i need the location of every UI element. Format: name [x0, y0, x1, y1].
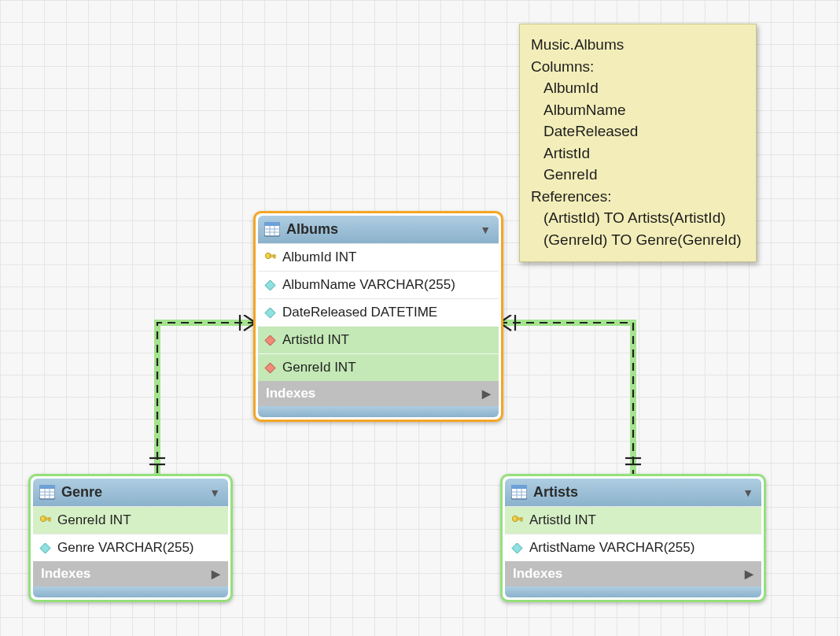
chevron-down-icon: ▼	[209, 486, 220, 499]
table-title: Albums	[286, 221, 338, 238]
column-row[interactable]: ArtistName VARCHAR(255)	[505, 534, 761, 561]
table-footer	[505, 586, 761, 597]
chevron-down-icon: ▼	[480, 224, 491, 236]
indexes-label: Indexes	[513, 566, 562, 582]
table-genre-header[interactable]: Genre ▼	[33, 479, 228, 506]
indexes-label: Indexes	[266, 386, 315, 401]
indexes-row[interactable]: Indexes ▶	[505, 561, 761, 586]
key-icon	[39, 515, 51, 527]
table-artists[interactable]: Artists ▼ ArtistId INT ArtistName VARCHA…	[500, 474, 766, 602]
table-icon	[264, 222, 280, 238]
table-footer	[33, 586, 228, 597]
column-name: AlbumName VARCHAR(255)	[282, 277, 455, 293]
tooltip-col: DateReleased	[531, 120, 742, 142]
table-albums-header[interactable]: Albums ▼	[258, 216, 499, 243]
table-title: Artists	[533, 484, 578, 501]
column-row[interactable]: ArtistId INT	[505, 506, 761, 534]
table-albums[interactable]: Albums ▼ AlbumId INT AlbumName VARCHAR(2…	[253, 211, 503, 422]
connector-albums-genre	[130, 315, 263, 488]
tooltip-columns-label: Columns:	[531, 56, 742, 78]
column-row[interactable]: Genre VARCHAR(255)	[33, 534, 228, 561]
tooltip-col: AlbumName	[531, 99, 742, 121]
diamond-icon	[264, 335, 276, 346]
tooltip-col: AlbumId	[531, 77, 742, 99]
column-row[interactable]: AlbumName VARCHAR(255)	[258, 271, 499, 298]
column-name: AlbumId INT	[282, 250, 356, 265]
key-icon	[511, 515, 523, 527]
tooltip-refs-label: References:	[531, 186, 742, 208]
table-artists-header[interactable]: Artists ▼	[505, 479, 761, 506]
column-row[interactable]: GenreId INT	[33, 506, 228, 534]
table-genre[interactable]: Genre ▼ GenreId INT Genre VARCHAR(255) I…	[28, 474, 233, 602]
table-footer	[258, 406, 499, 417]
tooltip-col: ArtistId	[531, 142, 742, 165]
column-name: GenreId INT	[282, 360, 356, 375]
chevron-right-icon: ▶	[212, 568, 220, 580]
indexes-row[interactable]: Indexes ▶	[258, 381, 499, 406]
tooltip-ref: (ArtistId) TO Artists(ArtistId)	[531, 207, 742, 229]
table-icon	[39, 485, 55, 501]
table-title: Genre	[61, 484, 102, 501]
column-row[interactable]: ArtistId INT	[258, 326, 499, 353]
column-name: DateReleased DATETIME	[282, 305, 437, 320]
column-name: ArtistId INT	[529, 512, 596, 528]
diamond-icon	[39, 542, 51, 554]
table-tooltip: Music.Albums Columns: AlbumId AlbumName …	[519, 24, 757, 262]
indexes-label: Indexes	[41, 566, 90, 582]
tooltip-col: GenreId	[531, 164, 742, 186]
chevron-right-icon: ▶	[745, 568, 753, 580]
diamond-icon	[264, 307, 276, 319]
diamond-icon	[264, 362, 276, 374]
tooltip-title: Music.Albums	[531, 34, 742, 56]
indexes-row[interactable]: Indexes ▶	[33, 561, 228, 586]
diamond-icon	[264, 279, 276, 291]
table-icon	[511, 485, 527, 501]
column-row[interactable]: AlbumId INT	[258, 243, 499, 271]
column-row[interactable]: GenreId INT	[258, 353, 499, 381]
diamond-icon	[511, 542, 523, 554]
chevron-down-icon: ▼	[742, 486, 753, 499]
column-name: GenreId INT	[57, 512, 131, 528]
key-icon	[264, 252, 276, 264]
column-name: ArtistId INT	[282, 332, 349, 348]
column-name: ArtistName VARCHAR(255)	[529, 540, 694, 556]
tooltip-ref: (GenreId) TO Genre(GenreId)	[531, 229, 742, 251]
column-name: Genre VARCHAR(255)	[57, 540, 194, 556]
connector-albums-artists	[496, 315, 661, 488]
column-row[interactable]: DateReleased DATETIME	[258, 298, 499, 326]
erd-canvas[interactable]: Albums ▼ AlbumId INT AlbumName VARCHAR(2…	[0, 0, 840, 636]
chevron-right-icon: ▶	[482, 387, 491, 400]
